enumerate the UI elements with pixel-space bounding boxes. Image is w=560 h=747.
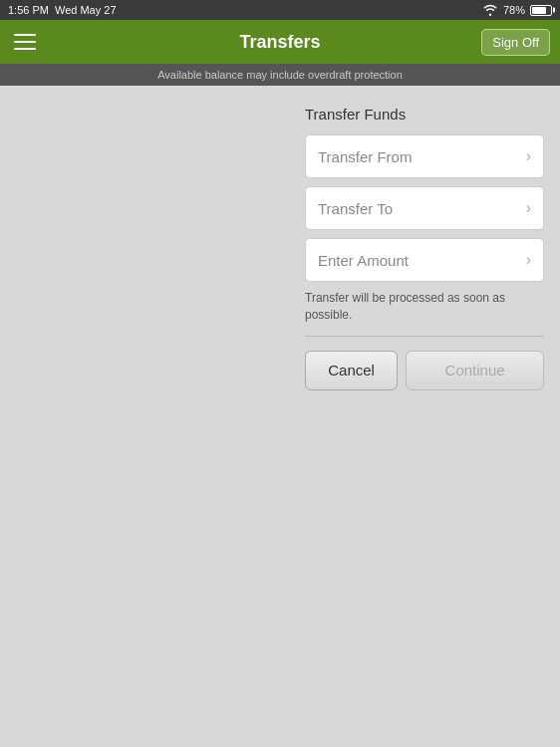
- nav-bar: Transfers Sign Off: [0, 20, 560, 64]
- date: Wed May 27: [55, 4, 117, 16]
- cancel-button[interactable]: Cancel: [305, 351, 398, 390]
- enter-amount-field[interactable]: Enter Amount ›: [305, 238, 544, 282]
- button-row: Cancel Continue: [305, 351, 544, 390]
- hamburger-line-3: [14, 48, 36, 50]
- enter-amount-chevron: ›: [526, 251, 531, 269]
- divider: [305, 336, 544, 337]
- section-title: Transfer Funds: [305, 106, 544, 123]
- continue-button[interactable]: Continue: [406, 351, 544, 390]
- hamburger-line-2: [14, 41, 36, 43]
- info-text: Transfer will be processed as soon as po…: [305, 290, 544, 324]
- left-panel: [0, 86, 289, 747]
- transfer-to-label: Transfer To: [318, 200, 393, 217]
- info-banner-text: Available balance may include overdraft …: [157, 69, 403, 81]
- hamburger-button[interactable]: [10, 26, 42, 58]
- enter-amount-label: Enter Amount: [318, 252, 409, 269]
- nav-title: Transfers: [239, 32, 320, 53]
- main-content: Transfer Funds Transfer From › Transfer …: [0, 86, 560, 747]
- battery-percent: 78%: [503, 4, 525, 16]
- transfer-from-label: Transfer From: [318, 148, 412, 165]
- hamburger-line-1: [14, 34, 36, 36]
- sign-off-button[interactable]: Sign Off: [481, 29, 550, 56]
- battery-icon: [530, 5, 552, 16]
- transfer-from-field[interactable]: Transfer From ›: [305, 134, 544, 178]
- transfer-to-field[interactable]: Transfer To ›: [305, 186, 544, 230]
- right-panel: Transfer Funds Transfer From › Transfer …: [289, 86, 560, 747]
- status-bar: 1:56 PM Wed May 27 78%: [0, 0, 560, 20]
- wifi-icon: [482, 4, 498, 16]
- info-banner: Available balance may include overdraft …: [0, 64, 560, 86]
- time: 1:56 PM: [8, 4, 49, 16]
- status-bar-left: 1:56 PM Wed May 27: [8, 4, 117, 16]
- transfer-to-chevron: ›: [526, 199, 531, 217]
- transfer-from-chevron: ›: [526, 147, 531, 165]
- status-bar-right: 78%: [482, 4, 552, 16]
